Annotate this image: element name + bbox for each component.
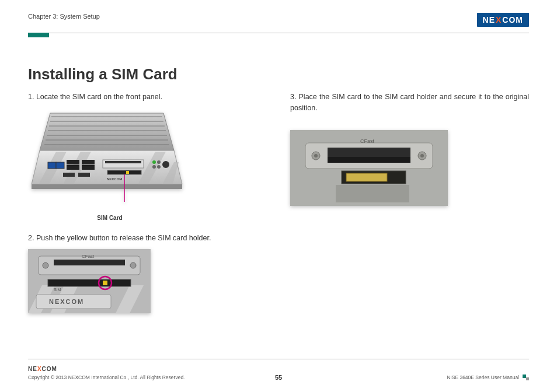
svg-rect-17	[67, 165, 79, 170]
left-column: 1. Locate the SIM card on the front pane…	[28, 92, 267, 327]
right-column: 3. Place the SIM card to the SIM card ho…	[290, 92, 529, 327]
svg-rect-19	[82, 165, 95, 170]
svg-text:CFast: CFast	[82, 254, 95, 259]
svg-rect-14	[48, 162, 56, 169]
svg-text:NEXCOM: NEXCOM	[49, 298, 84, 305]
accent-bar	[28, 33, 49, 37]
svg-rect-16	[67, 160, 79, 164]
footer-logo: NEXCOM	[28, 366, 57, 372]
svg-point-38	[43, 262, 48, 268]
step-3-text: 3. Place the SIM card to the SIM card ho…	[290, 92, 529, 114]
sim-release-illustration: CFast SIM NEXCOM	[28, 249, 151, 313]
manual-title: NISE 3640E Series User Manual	[447, 374, 519, 380]
svg-marker-9	[32, 184, 182, 189]
logo-x-icon: X	[496, 15, 502, 24]
svg-rect-18	[82, 160, 95, 164]
logo-text-pre: NE	[483, 15, 495, 24]
svg-rect-21	[78, 173, 90, 177]
footer-divider	[28, 359, 529, 359]
brand-logo: NEXCOM	[477, 13, 529, 27]
svg-point-39	[130, 262, 136, 268]
svg-rect-23	[105, 161, 141, 163]
svg-rect-25	[126, 171, 129, 174]
figure-1: NEXCOM SIM Card	[28, 108, 267, 222]
figure-3: CFast	[290, 130, 529, 209]
svg-point-28	[152, 165, 156, 169]
copyright-text: Copyright © 2013 NEXCOM International Co…	[28, 374, 184, 380]
svg-point-27	[157, 160, 161, 164]
svg-point-29	[157, 165, 161, 169]
svg-rect-58	[346, 173, 387, 181]
device-front-illustration: NEXCOM	[28, 108, 186, 208]
logo-x-icon: X	[37, 366, 42, 372]
figure-2: CFast SIM NEXCOM	[28, 249, 267, 317]
chapter-label: Chapter 3: System Setup	[28, 13, 100, 20]
step-1-text: 1. Locate the SIM card on the front pane…	[28, 92, 267, 103]
corner-decoration-icon	[523, 374, 529, 380]
page-number: 55	[275, 374, 282, 381]
svg-rect-24	[107, 170, 141, 174]
page-footer: NEXCOM Copyright © 2013 NEXCOM Internati…	[28, 359, 529, 380]
svg-text:CFast: CFast	[360, 138, 375, 144]
step-2-text: 2. Push the yellow button to release the…	[28, 233, 267, 244]
svg-rect-15	[56, 162, 64, 169]
svg-rect-20	[63, 173, 75, 177]
svg-text:SIM: SIM	[54, 288, 61, 292]
svg-point-26	[152, 160, 156, 164]
svg-rect-40	[54, 260, 125, 265]
svg-rect-43	[103, 281, 107, 285]
sim-insert-illustration: CFast	[290, 130, 448, 206]
logo-text-post: COM	[502, 15, 523, 24]
svg-point-51	[314, 154, 318, 158]
svg-rect-60	[336, 185, 409, 202]
svg-text:NEXCOM: NEXCOM	[107, 177, 122, 181]
svg-rect-55	[328, 148, 410, 157]
page-title: Installing a SIM Card	[28, 65, 529, 83]
svg-point-53	[420, 154, 424, 158]
svg-point-30	[162, 161, 169, 168]
svg-rect-56	[328, 157, 410, 163]
figure-1-caption: SIM Card	[31, 214, 189, 222]
header-divider	[28, 33, 529, 33]
svg-rect-42	[48, 279, 131, 286]
